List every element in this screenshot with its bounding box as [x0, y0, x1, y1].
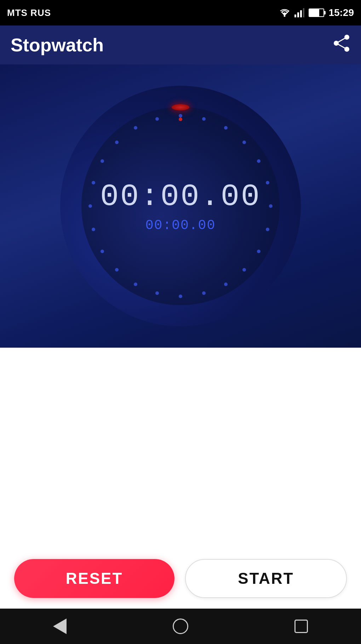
clock-dot: [257, 250, 260, 253]
clock-dot: [92, 181, 95, 184]
home-button[interactable]: [173, 619, 188, 634]
share-icon[interactable]: [333, 34, 350, 56]
buttons-area: RESET START: [0, 548, 361, 609]
svg-line-8: [336, 37, 347, 43]
clock-area: 00:00.00 00:00.00: [0, 64, 361, 348]
app-title: Stopwatch: [11, 34, 104, 56]
reset-button[interactable]: RESET: [14, 559, 174, 598]
clock-dot: [88, 204, 92, 208]
clock-dot: [266, 228, 269, 231]
recents-button[interactable]: [294, 620, 308, 633]
svg-line-9: [336, 43, 347, 49]
svg-point-0: [284, 15, 286, 17]
battery-icon: [309, 8, 324, 17]
svg-rect-1: [294, 15, 296, 17]
clock-dot: [101, 159, 104, 163]
laps-list: [0, 348, 361, 548]
clock-dot: [202, 291, 206, 295]
svg-rect-3: [300, 10, 302, 17]
clock-inner-ring: 00:00.00 00:00.00: [81, 107, 280, 305]
clock-dot: [92, 228, 95, 231]
clock-dot: [115, 141, 119, 144]
clock-face: 00:00.00 00:00.00: [100, 179, 261, 233]
wifi-icon: [279, 8, 290, 17]
clock-dot: [266, 181, 269, 184]
clock-dot: [224, 126, 228, 130]
clock-dot: [179, 295, 182, 298]
clock-dot: [155, 117, 159, 121]
clock-dot: [269, 204, 273, 208]
main-time-display: 00:00.00: [100, 179, 261, 214]
clock-dot: [242, 268, 246, 272]
clock-dot: [224, 283, 228, 286]
svg-rect-2: [297, 12, 299, 17]
clock-outer-ring: 00:00.00 00:00.00: [60, 86, 301, 326]
svg-rect-4: [303, 8, 304, 17]
status-icons: 15:29: [279, 7, 354, 18]
start-button[interactable]: START: [185, 559, 347, 598]
clock-dot: [257, 159, 260, 163]
bottom-nav: [0, 609, 361, 644]
clock-dot: [179, 114, 182, 118]
clock-dot: [155, 291, 159, 295]
carrier-text: MTS RUS: [7, 7, 51, 18]
app-header: Stopwatch: [0, 25, 361, 64]
clock-dot: [202, 117, 206, 121]
status-time: 15:29: [328, 7, 354, 18]
content-area: RESET START: [0, 348, 361, 609]
clock-dot: [134, 126, 137, 130]
signal-icon: [294, 8, 304, 17]
red-indicator: [172, 104, 189, 110]
back-button[interactable]: [53, 619, 67, 634]
clock-dot: [115, 268, 119, 272]
clock-dot: [134, 283, 137, 286]
sub-time-display: 00:00.00: [145, 218, 216, 233]
status-bar: MTS RUS 15:29: [0, 0, 361, 25]
clock-dot: [242, 141, 246, 144]
clock-dot: [101, 250, 104, 253]
